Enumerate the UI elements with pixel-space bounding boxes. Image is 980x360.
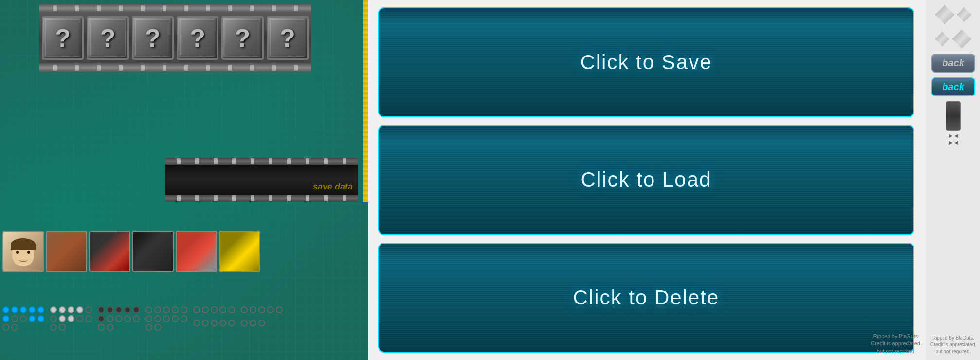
inventory-slot-axe[interactable]: [89, 231, 130, 272]
face-eye-right: [27, 251, 30, 254]
chip-pin: [250, 65, 254, 71]
chip-pin: [269, 158, 272, 164]
dot: [145, 306, 152, 313]
dot: [241, 320, 248, 326]
main-buttons-area: Click to Save Click to Load Click to Del…: [378, 7, 914, 353]
dot: [50, 306, 57, 313]
dot: [133, 306, 140, 313]
knife-item: [177, 232, 216, 271]
dot-group-6: [241, 306, 285, 331]
dot: [98, 306, 105, 313]
dot: [76, 306, 83, 313]
attribution-right-line1: Ripped by BlaGuts.: [932, 335, 974, 341]
dot: [11, 306, 18, 313]
chip-pin: [177, 195, 181, 201]
chip-pin: [75, 65, 79, 71]
dot: [172, 306, 179, 313]
chip-pin: [75, 5, 79, 11]
delete-button[interactable]: Click to Delete: [378, 243, 914, 353]
attribution-right: Ripped by BlaGuts. Credit is appreciated…: [930, 335, 977, 355]
dot: [154, 306, 161, 313]
dot: [2, 324, 9, 331]
chip-pin: [206, 65, 210, 71]
chip-pin: [195, 195, 199, 201]
attribution-line2: Credit is appreciated,: [871, 341, 922, 346]
dot: [211, 306, 218, 313]
inventory-slot-portrait[interactable]: [2, 231, 44, 272]
chip-pin: [97, 5, 101, 11]
chip-pin: [343, 158, 346, 164]
dot-group-1: [2, 306, 46, 331]
back-button-1[interactable]: back: [931, 54, 975, 73]
chip-body: ? ? ? ? ? ?: [39, 13, 311, 63]
attribution-line1: Ripped by BlaGuts.: [873, 333, 920, 339]
wood-item: [47, 232, 86, 271]
attribution-right-line3: but not required.: [936, 349, 971, 354]
chip-pin: [232, 195, 236, 201]
chip-pin: [97, 65, 101, 71]
load-button-label: Click to Load: [581, 168, 712, 191]
dot: [133, 315, 140, 322]
yellow-item: [220, 232, 259, 271]
diamond-group-2: [935, 29, 972, 49]
face: [12, 242, 34, 266]
save-button[interactable]: Click to Save: [378, 7, 914, 117]
back-button-2[interactable]: back: [931, 77, 975, 96]
chip-pin: [119, 65, 123, 71]
chip-pin: [163, 65, 166, 71]
attribution-left: Ripped by BlaGuts. Credit is appreciated…: [871, 333, 922, 355]
bottom-chip: save data: [165, 158, 358, 202]
chip-pin: [184, 65, 188, 71]
dot: [107, 324, 113, 331]
dot: [193, 320, 200, 326]
chip-pin: [287, 158, 291, 164]
question-block-5: ?: [221, 16, 263, 60]
right-sidebar: back back ▶ ◀ ▶ ◀ Ripped by BlaGuts.: [926, 0, 980, 360]
question-block-4: ?: [177, 16, 218, 60]
face-eyes: [16, 251, 30, 254]
dot: [124, 306, 131, 313]
dot: [276, 306, 283, 313]
chip-pin: [272, 65, 276, 71]
chip-pin: [141, 65, 145, 71]
inventory-slot-box[interactable]: [132, 231, 174, 272]
dot: [76, 315, 83, 322]
dot: [154, 324, 161, 331]
save-button-label: Click to Save: [580, 51, 712, 74]
chip-pin: [343, 195, 346, 201]
dot: [181, 315, 187, 322]
face-hair: [11, 238, 36, 250]
bottom-chip-pins-bottom: [165, 195, 358, 202]
face-mouth: [19, 259, 28, 262]
inventory-slot-yellow[interactable]: [219, 231, 260, 272]
question-block-2: ?: [87, 16, 128, 60]
inventory-slot-wood[interactable]: [46, 231, 87, 272]
load-button[interactable]: Click to Load: [378, 125, 914, 235]
diamond-icon-2: [957, 7, 972, 22]
chip-pin: [53, 5, 57, 11]
dot-group-2: [50, 306, 94, 331]
chip-strip-top: [39, 4, 311, 13]
scroll-control[interactable]: ▶ ◀ ▶ ◀: [946, 101, 961, 145]
dot: [29, 315, 36, 322]
dot: [59, 315, 66, 322]
dot: [181, 306, 187, 313]
dot: [68, 306, 74, 313]
chip-pin: [206, 5, 210, 11]
scroll-thumb[interactable]: [946, 101, 961, 131]
dot: [85, 306, 92, 313]
back-icon-2: ◀: [954, 140, 958, 145]
dot: [145, 324, 152, 331]
dot-group-5: [193, 306, 237, 331]
dot: [37, 315, 44, 322]
inventory-slot-knife[interactable]: [176, 231, 217, 272]
dot: [145, 315, 152, 322]
bottom-chip-body: save data: [165, 165, 358, 195]
dot: [11, 324, 18, 331]
question-block-1: ?: [42, 16, 84, 60]
chip-pin: [269, 195, 272, 201]
dot: [172, 315, 179, 322]
top-chip: ? ? ? ? ? ?: [39, 4, 311, 72]
dots-section: [2, 306, 285, 331]
chip-pin: [177, 158, 181, 164]
